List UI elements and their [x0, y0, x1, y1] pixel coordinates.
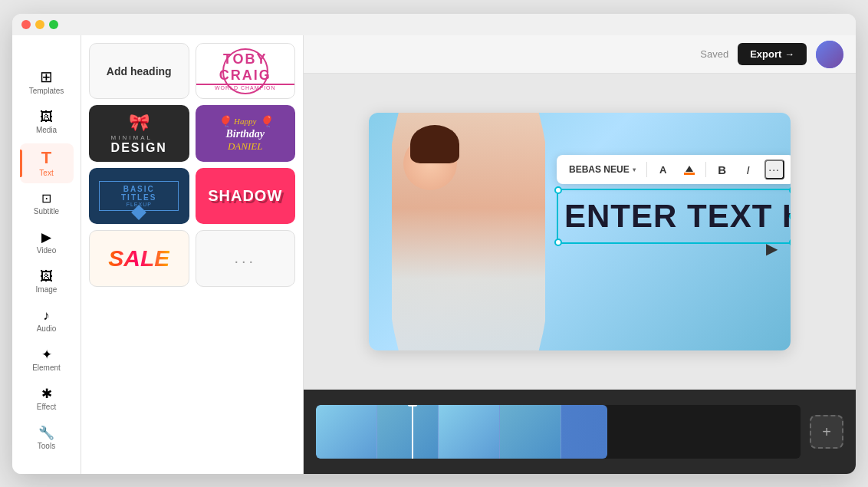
fill-color-button[interactable] [679, 160, 699, 179]
font-selector[interactable]: BEBAS NEUE ▾ [564, 163, 640, 176]
handle-bottom-right[interactable] [789, 239, 791, 246]
birthday-label: Birthday [218, 128, 272, 140]
fill-color-icon [684, 164, 695, 175]
audio-icon: ♪ [43, 309, 50, 322]
add-clip-button[interactable]: + [810, 415, 843, 449]
birthday-text: 🎈 Happy 🎈 Birthday DANIEL [218, 115, 272, 153]
timeline-area: + [304, 390, 856, 474]
timeline-thumb-2 [377, 405, 439, 459]
timeline-playhead[interactable] [412, 405, 413, 459]
basic-diamond [131, 205, 146, 220]
bold-icon: B [718, 163, 726, 176]
svg-rect-0 [684, 173, 695, 175]
italic-button[interactable]: I [738, 160, 758, 179]
handle-top-left[interactable] [554, 186, 562, 194]
minimal-line2: DESIGN [111, 141, 167, 155]
sidebar-item-templates[interactable]: ⊞ Templates [20, 63, 74, 101]
sidebar-item-tools[interactable]: 🔧 Tools [20, 420, 74, 456]
timeline-track[interactable] [316, 405, 801, 459]
element-icon: ✦ [41, 348, 52, 361]
thumb-content-1 [316, 405, 376, 459]
timeline-thumb-1 [316, 405, 377, 459]
formatting-toolbar: BEBAS NEUE ▾ A [557, 155, 791, 184]
birthday-happy: 🎈 Happy 🎈 [218, 115, 272, 128]
close-button[interactable] [21, 20, 31, 29]
toolbar-divider-2 [705, 162, 706, 177]
sidebar-label-subtitle: Subtitle [34, 207, 59, 216]
add-clip-icon: + [822, 423, 831, 441]
thumb-content-4 [500, 405, 561, 459]
chevron-down-icon: ▾ [633, 166, 636, 173]
timeline-thumb-3 [439, 405, 500, 459]
basic-titles-text: BASIC TITLES [106, 185, 172, 202]
canvas-text-content[interactable]: ENTER TEXT HER [564, 198, 787, 235]
export-button[interactable]: Export → [738, 43, 807, 65]
font-name: BEBAS NEUE [569, 164, 630, 175]
handle-top-right[interactable] [789, 186, 791, 194]
sidebar-item-subtitle[interactable]: ⊡ Subtitle [20, 186, 74, 222]
handle-bottom-left[interactable] [554, 239, 562, 246]
effect-icon: ✱ [41, 387, 52, 400]
sidebar-item-text[interactable]: T Text [20, 143, 74, 183]
sidebar-label-element: Element [32, 364, 61, 372]
sidebar-label-effect: Effect [37, 403, 56, 411]
sidebar-label-text: Text [39, 169, 53, 177]
minimal-design-text: 🎀 MINIMAL DESIGN [111, 113, 167, 155]
user-avatar[interactable] [816, 41, 843, 68]
timeline-thumb-4 [500, 405, 561, 459]
text-icon: T [41, 150, 51, 166]
cursor-arrow: ▶ [766, 239, 778, 258]
sidebar-label-templates: Templates [29, 87, 64, 95]
sidebar-item-video[interactable]: ▶ Video [20, 225, 74, 261]
sidebar-label-media: Media [36, 126, 57, 134]
canvas-area[interactable]: BEBAS NEUE ▾ A [304, 74, 856, 390]
dots-text: ... [234, 249, 256, 267]
toolbar-divider-1 [646, 162, 647, 177]
timeline-clip[interactable] [316, 405, 607, 459]
thumb-content-3 [439, 405, 499, 459]
title-bar [12, 14, 856, 35]
text-card-add-heading[interactable]: Add heading [89, 43, 189, 99]
birthday-person: DANIEL [218, 140, 272, 153]
saved-status: Saved [700, 48, 728, 60]
text-card-toby-craig[interactable]: TOBY CRAIG WORLD CHAMPION [196, 43, 296, 99]
text-card-basic-titles[interactable]: BASIC TITLES FLEXUP [89, 168, 189, 224]
sidebar-item-media[interactable]: 🖼 Media [20, 104, 74, 140]
main-toolbar: Saved Export → [304, 35, 856, 74]
text-overlay-container: BEBAS NEUE ▾ A [557, 155, 791, 244]
avatar-image [816, 41, 843, 68]
sidebar: ⊞ Templates 🖼 Media T Text ⊡ Subtitle ▶ … [12, 35, 81, 474]
media-icon: 🖼 [40, 110, 53, 123]
more-icon: ··· [768, 163, 780, 176]
sale-text: SALE [108, 245, 169, 271]
text-color-icon: A [659, 164, 666, 176]
tools-icon: 🔧 [38, 426, 54, 439]
text-color-button[interactable]: A [653, 160, 673, 179]
maximize-button[interactable] [49, 20, 58, 29]
bold-button[interactable]: B [712, 160, 732, 179]
more-options-button[interactable]: ··· [764, 160, 784, 179]
text-card-shadow[interactable]: SHADOW [196, 168, 296, 224]
text-card-sale[interactable]: SALE [89, 230, 189, 286]
sidebar-label-audio: Audio [37, 324, 57, 333]
canvas-frame: BEBAS NEUE ▾ A [369, 113, 791, 350]
sidebar-label-video: Video [37, 246, 56, 255]
export-label: Export → [750, 48, 794, 60]
playhead-top [408, 405, 417, 406]
thumb-content-2 [377, 405, 438, 459]
basic-titles-inner: BASIC TITLES FLEXUP [99, 181, 179, 211]
sidebar-item-element[interactable]: ✦ Element [20, 342, 74, 378]
sidebar-item-image[interactable]: 🖼 Image [20, 264, 74, 300]
sidebar-item-effect[interactable]: ✱ Effect [20, 381, 74, 417]
text-card-dots[interactable]: ... [196, 230, 296, 286]
sidebar-label-image: Image [36, 285, 58, 294]
text-selection-box[interactable]: ENTER TEXT HER ▶ [557, 189, 791, 244]
minimize-button[interactable] [35, 20, 44, 29]
subtitle-icon: ⊡ [41, 192, 51, 205]
shadow-text: SHADOW [208, 187, 282, 205]
canvas-background: BEBAS NEUE ▾ A [369, 113, 791, 350]
toby-circle [222, 48, 268, 94]
sidebar-item-audio[interactable]: ♪ Audio [20, 303, 74, 339]
text-card-minimal-design[interactable]: 🎀 MINIMAL DESIGN [89, 105, 189, 161]
text-card-birthday[interactable]: 🎈 Happy 🎈 Birthday DANIEL [196, 105, 296, 161]
